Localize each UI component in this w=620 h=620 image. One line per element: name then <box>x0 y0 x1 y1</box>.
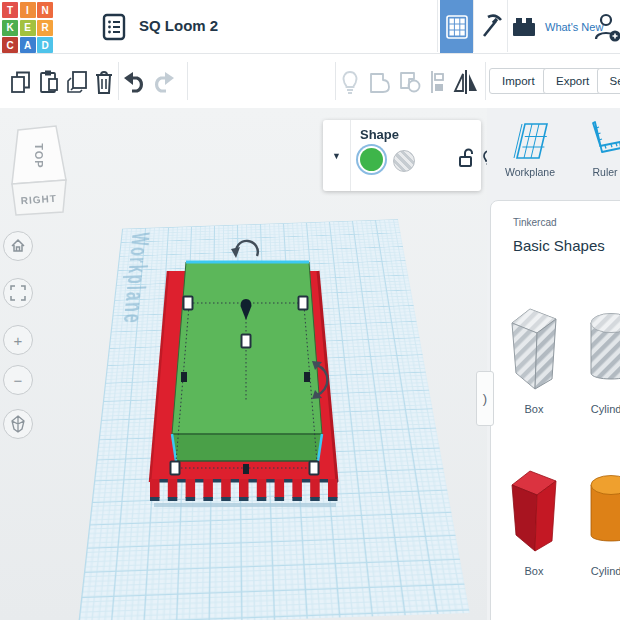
perspective-icon <box>10 415 26 433</box>
copy-icon <box>8 69 34 96</box>
export-button[interactable]: Export <box>543 68 602 94</box>
ungroup-button[interactable] <box>396 68 424 96</box>
divider <box>437 0 438 52</box>
align-button[interactable] <box>424 68 452 96</box>
logo-tile: I <box>20 2 36 18</box>
divider <box>473 0 474 52</box>
green-box-shape[interactable] <box>172 262 322 461</box>
home-view-button[interactable] <box>3 231 33 261</box>
shape-item-box-red[interactable]: Box <box>502 463 566 577</box>
zoom-out-icon: − <box>14 372 23 389</box>
divider <box>118 62 119 100</box>
ungroup-icon <box>397 69 423 95</box>
design-menu-button[interactable] <box>101 13 129 41</box>
panel-collapse-tab[interactable]: ) <box>476 371 494 426</box>
import-button[interactable]: Import <box>489 68 548 94</box>
group-button[interactable] <box>366 68 394 96</box>
bulb-icon <box>338 68 362 96</box>
logo-tile: K <box>2 20 18 36</box>
solid-color-swatch[interactable] <box>360 148 383 171</box>
top-bar: T I N K E R C A D SQ Loom 2 <box>0 0 620 54</box>
collapse-triangle-icon: ▼ <box>332 151 341 161</box>
grid-icon <box>446 15 468 39</box>
bricks-mode-button[interactable] <box>511 15 537 39</box>
pickaxe-icon <box>477 12 505 40</box>
logo-tile: A <box>20 37 36 53</box>
scale-handle-edge-right[interactable] <box>304 372 310 382</box>
scale-handle-edge-left[interactable] <box>181 372 187 382</box>
view-cube[interactable]: TOP RIGHT <box>8 124 80 220</box>
redo-icon <box>151 70 177 94</box>
divider <box>187 62 188 100</box>
fit-view-button[interactable] <box>3 278 33 308</box>
copy-button[interactable] <box>7 68 35 96</box>
align-icon <box>425 68 451 96</box>
apps-grid-button[interactable] <box>440 0 473 53</box>
library-name: Tinkercad <box>513 217 620 228</box>
scale-handle-edge-bottom[interactable] <box>243 464 249 474</box>
shape-item-cylinder-hole[interactable]: Cylinder <box>579 301 620 415</box>
view-cube-top-label: TOP <box>33 143 45 168</box>
tinkercad-editor: { "topbar": { "logo_tiles": [ {"letter":… <box>0 0 620 620</box>
workplane-tool[interactable]: Workplane <box>495 118 565 178</box>
divider <box>507 0 508 52</box>
scale-handle-bottom-left[interactable] <box>171 462 180 475</box>
scale-handle-center[interactable] <box>242 335 251 348</box>
paste-button[interactable] <box>36 68 64 96</box>
logo-tile: E <box>20 20 36 36</box>
shape-item-cylinder-orange[interactable]: Cylinder <box>579 463 620 577</box>
list-icon <box>101 13 129 41</box>
account-button[interactable] <box>593 11 620 43</box>
tinkercad-logo[interactable]: T I N K E R C A D <box>2 2 54 53</box>
hole-swatch[interactable] <box>393 150 415 172</box>
paste-icon <box>37 69 63 96</box>
home-icon <box>10 238 26 254</box>
undo-icon <box>121 70 147 94</box>
scale-handle-top-right[interactable] <box>299 297 308 310</box>
unlock-icon <box>458 147 475 169</box>
zoom-in-button[interactable]: + <box>3 325 33 355</box>
group-icon <box>367 69 393 95</box>
document-title[interactable]: SQ Loom 2 <box>139 17 218 34</box>
delete-button[interactable] <box>90 68 118 96</box>
show-all-button[interactable] <box>336 68 364 96</box>
logo-tile: C <box>2 37 18 53</box>
redo-button[interactable] <box>150 68 178 96</box>
undo-button[interactable] <box>120 68 148 96</box>
logo-tile: N <box>37 2 53 18</box>
shape-label: Box <box>502 565 566 577</box>
trash-icon <box>91 68 117 96</box>
divider <box>485 62 486 100</box>
rotate-handle-top[interactable] <box>231 241 258 258</box>
blocks-mode-button[interactable] <box>477 12 505 40</box>
ruler-tool-label: Ruler <box>570 166 620 178</box>
box-hole-icon <box>506 301 562 393</box>
duplicate-icon <box>65 69 92 96</box>
scale-handle-top-left[interactable] <box>184 297 193 310</box>
ruler-icon <box>587 118 620 162</box>
perspective-toggle-button[interactable] <box>3 409 33 439</box>
shape-library-panel: Tinkercad Basic Shapes Box Cylinder <box>490 200 620 620</box>
shape-label: Box <box>502 403 566 415</box>
shape-inspector-panel: ▼ Shape <box>323 120 481 191</box>
zoom-out-button[interactable]: − <box>3 365 33 395</box>
mirror-icon <box>452 68 480 96</box>
ruler-tool[interactable]: Ruler <box>570 118 620 178</box>
add-user-icon <box>593 11 620 43</box>
box-red-icon <box>506 463 562 555</box>
scale-handle-bottom-right[interactable] <box>310 462 319 475</box>
chevron-right-icon: ) <box>483 391 487 406</box>
send-button[interactable]: Send <box>597 68 620 94</box>
panel-collapse-button[interactable]: ▼ <box>323 120 351 191</box>
viewport-3d[interactable]: Workplane <box>0 108 487 620</box>
logo-tile: D <box>37 37 53 53</box>
workplane-tool-label: Workplane <box>495 166 565 178</box>
shape-item-box-hole[interactable]: Box <box>502 301 566 415</box>
shape-label: Cylinder <box>579 403 620 415</box>
category-dropdown[interactable]: Basic Shapes <box>513 237 620 254</box>
mirror-button[interactable] <box>452 68 480 96</box>
lock-button[interactable] <box>458 147 475 169</box>
duplicate-button[interactable] <box>64 68 92 96</box>
workplane-icon <box>509 118 551 162</box>
brick-icon <box>511 15 537 39</box>
